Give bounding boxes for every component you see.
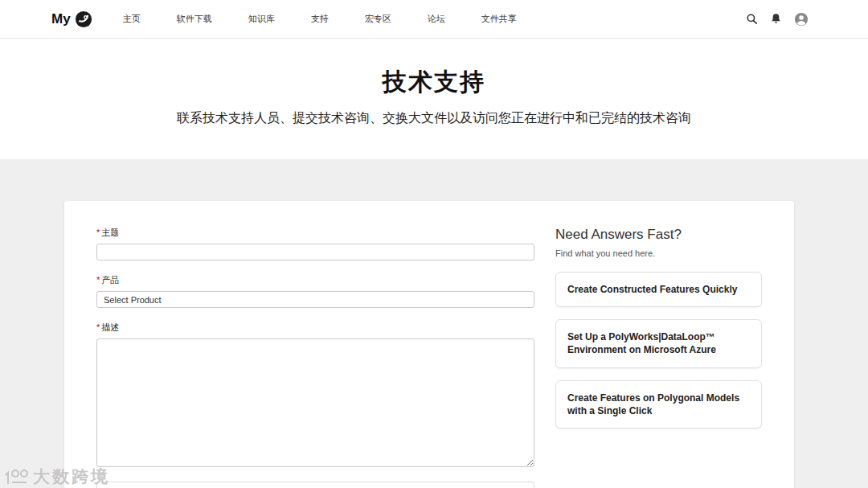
need-answers-title: Need Answers Fast? — [555, 227, 762, 243]
subject-field-group: *主题 — [96, 227, 534, 260]
page-title: 技术支持 — [0, 66, 868, 99]
brand-logo-icon — [75, 10, 92, 28]
need-answers-subtitle: Find what you need here. — [555, 248, 762, 258]
product-select[interactable]: Select Product — [96, 291, 534, 308]
page-subtitle: 联系技术支持人员、提交技术咨询、交换大文件以及访问您正在进行中和已完结的技术咨询 — [0, 110, 868, 127]
support-request-card: *主题 *产品 Select Product *描述 — [64, 201, 794, 488]
need-answers-panel: Need Answers Fast? Find what you need he… — [555, 227, 762, 488]
product-label-text: 产品 — [101, 275, 119, 285]
nav-item-file-sharing[interactable]: 文件共享 — [481, 8, 517, 30]
nav-item-macro-zone[interactable]: 宏专区 — [365, 8, 391, 30]
answer-card-constructed-features[interactable]: Create Constructed Features Quickly — [555, 272, 762, 307]
notifications-bell-icon[interactable] — [770, 13, 782, 25]
product-field-group: *产品 Select Product — [96, 274, 534, 308]
product-select-value: Select Product — [104, 295, 162, 305]
nav-item-knowledge-base[interactable]: 知识库 — [248, 8, 275, 30]
description-label-text: 描述 — [101, 322, 119, 332]
subject-input[interactable] — [96, 244, 534, 260]
description-label: *描述 — [96, 322, 534, 334]
support-request-form: *主题 *产品 Select Product *描述 — [96, 227, 534, 488]
hero-section: 技术支持 联系技术支持人员、提交技术咨询、交换大文件以及访问您正在进行中和已完结… — [0, 39, 868, 159]
required-marker: * — [96, 322, 100, 332]
subject-label: *主题 — [96, 227, 534, 239]
answer-card-label: Create Features on Polygonal Models with… — [567, 392, 750, 417]
nav-item-downloads[interactable]: 软件下载 — [177, 8, 212, 30]
subject-label-text: 主题 — [101, 228, 119, 237]
description-textarea[interactable] — [96, 338, 534, 467]
file-upload-area[interactable]: Choose or drag files from your device to… — [96, 482, 534, 488]
navbar-actions — [746, 12, 809, 27]
product-label: *产品 — [96, 274, 534, 286]
main-navigation: 主页 软件下载 知识库 支持 宏专区 论坛 文件共享 — [123, 8, 553, 30]
brand-text: My — [51, 11, 71, 27]
user-avatar-icon[interactable] — [794, 12, 809, 27]
answer-card-polygonal-models[interactable]: Create Features on Polygonal Models with… — [555, 380, 762, 429]
answer-card-label: Create Constructed Features Quickly — [567, 283, 737, 296]
brand-logo-link[interactable]: My — [51, 10, 92, 28]
search-icon[interactable] — [746, 13, 758, 25]
nav-item-forum[interactable]: 论坛 — [428, 8, 445, 30]
main-content-area: *主题 *产品 Select Product *描述 — [0, 159, 868, 488]
top-navbar: My 主页 软件下载 知识库 支持 宏专区 论坛 文件共享 — [0, 0, 868, 39]
answer-card-list: Create Constructed Features Quickly Set … — [555, 272, 762, 429]
nav-item-support[interactable]: 支持 — [311, 8, 329, 30]
nav-item-home[interactable]: 主页 — [123, 8, 141, 30]
description-field-group: *描述 — [96, 322, 534, 467]
required-marker: * — [96, 228, 100, 237]
answer-card-dataloop-azure[interactable]: Set Up a PolyWorks|DataLoop™ Environment… — [555, 319, 762, 367]
required-marker: * — [96, 275, 100, 285]
answer-card-label: Set Up a PolyWorks|DataLoop™ Environment… — [567, 330, 750, 356]
